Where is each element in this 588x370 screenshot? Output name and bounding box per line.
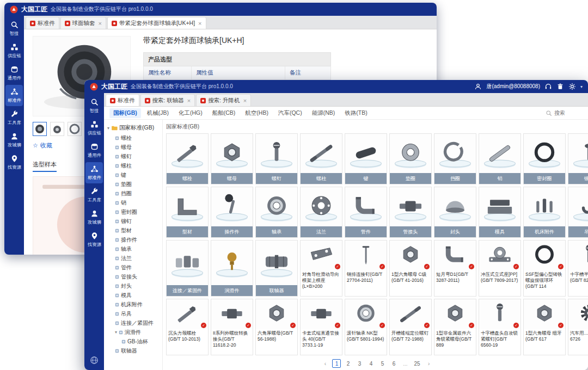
product-card[interactable]: ✓钢排连接钉(GB/T 27704-2011) <box>345 240 387 297</box>
tab-3[interactable]: 带紧定套外球面球轴承[UK+H]× <box>107 17 206 29</box>
standards-search[interactable] <box>546 110 583 116</box>
standards-tab[interactable]: 航空(HB) <box>241 108 272 118</box>
category-card[interactable]: 螺柱 <box>300 133 342 184</box>
product-card[interactable]: ✓1型非金属嵌件六角锁紧螺母(GB/T 889 <box>434 299 476 355</box>
tree-item[interactable]: 垫圈 <box>107 180 162 189</box>
category-card[interactable]: 法兰 <box>300 187 342 238</box>
tree-item[interactable]: 螺母 <box>107 143 162 152</box>
product-card[interactable]: ✓II系列外螺纹转换接头(GB/T 11618.2-20 <box>211 299 253 355</box>
category-card[interactable]: 密封圈 <box>523 133 566 184</box>
front-titlebar[interactable]: 大国工匠 全国装备制造业数字供应链平台 pro1.0.0.0 唐(admin@8… <box>84 80 588 93</box>
product-card[interactable]: ✓对角导柱滑动导向模架上模座(L×B>200 <box>300 240 342 297</box>
chevron-down-icon[interactable]: ▾ <box>580 84 583 89</box>
tree-item[interactable]: 管件 <box>107 263 162 272</box>
sidebar-item-generic-parts[interactable]: 通用件 <box>85 140 103 161</box>
product-card[interactable]: ✓开槽锥端定位螺钉(GB/T 72-1988) <box>389 299 432 355</box>
standards-search-input[interactable] <box>554 110 583 116</box>
tree-item[interactable]: 螺柱 <box>107 161 162 170</box>
tree-item[interactable]: 键 <box>107 170 162 180</box>
tree-item[interactable]: 铆钉 <box>107 217 162 226</box>
standards-tab[interactable]: 国标(GB) <box>109 108 141 118</box>
sample-tab[interactable]: 选型样本 <box>33 161 57 172</box>
tree-item[interactable]: 管接头 <box>107 272 162 281</box>
thumbnail-2[interactable] <box>50 122 64 136</box>
tree-item[interactable]: 螺栓 <box>107 133 162 143</box>
sidebar-item-search[interactable]: 智搜 <box>5 18 23 39</box>
product-card[interactable]: ✓1型六角螺母 C级(GB/T 41-2016) <box>389 240 432 297</box>
category-card[interactable]: 螺钉 <box>255 133 298 184</box>
tab-2[interactable]: 搜索: 联轴器× <box>140 94 195 106</box>
standards-tab[interactable]: 铁路(TB) <box>341 108 371 118</box>
category-card[interactable]: 封头 <box>434 187 476 238</box>
product-card[interactable]: ✓短月弯D1(GB/T 3287-2011) <box>434 240 476 297</box>
page-25[interactable]: 25 <box>412 359 421 368</box>
product-card[interactable]: ✓十字槽盘头自攻锁紧螺钉(GB/T 6560-19 <box>479 299 521 355</box>
category-card[interactable]: 吊具 <box>568 187 588 238</box>
standards-tab[interactable]: 能源(NB) <box>308 108 339 118</box>
page-ellipsis[interactable]: ... <box>401 359 409 368</box>
tree-item[interactable]: GB-油杯 <box>107 337 162 346</box>
close-icon[interactable]: × <box>198 20 201 27</box>
sidebar-item-standard-parts[interactable]: 标准件 <box>85 162 103 183</box>
tree-item[interactable]: 封头 <box>107 281 162 291</box>
page-prev[interactable]: ‹ <box>321 359 329 368</box>
tree-item[interactable]: 螺钉 <box>107 152 162 161</box>
close-icon[interactable]: × <box>99 20 102 27</box>
page-2[interactable]: 2 <box>344 359 352 368</box>
tree-item[interactable]: 轴承 <box>107 244 162 254</box>
standards-tab[interactable]: 机械(JB) <box>143 108 173 118</box>
tab-1[interactable]: 标准件 <box>106 94 139 106</box>
product-card[interactable]: ✓冲压式立式座[PP](GB/T 7809-2017) <box>479 240 521 297</box>
tree-item[interactable]: 密封圈 <box>107 207 162 217</box>
category-card[interactable]: 管接头 <box>389 187 432 238</box>
category-card[interactable]: 轴承 <box>255 187 298 238</box>
category-card[interactable]: 销 <box>479 133 521 184</box>
tree-item[interactable]: 操作件 <box>107 235 162 244</box>
page-4[interactable]: 4 <box>366 359 375 368</box>
page-3[interactable]: 3 <box>355 359 364 368</box>
category-card[interactable]: 连接／紧固件 <box>166 240 209 297</box>
sidebar-item-resources[interactable]: 找资源 <box>85 229 103 250</box>
category-card[interactable]: 螺栓 <box>166 133 209 184</box>
standards-tab[interactable]: 船舶(CB) <box>209 108 240 118</box>
product-card[interactable]: ✓沉头方颈螺栓(GB/T 10-2013) <box>166 299 209 355</box>
category-card[interactable]: 垫圈 <box>389 133 432 184</box>
category-card[interactable]: 机床附件 <box>523 187 566 238</box>
page-next[interactable]: › <box>425 359 433 368</box>
category-card[interactable]: 型材 <box>166 187 209 238</box>
standards-tab[interactable]: 汽车(QC) <box>274 108 306 118</box>
tab-1[interactable]: 标准件 <box>26 17 59 29</box>
tree-item[interactable]: ▾润滑件 <box>107 328 162 337</box>
category-card[interactable]: 键 <box>345 133 387 184</box>
category-card[interactable]: 联轴器 <box>255 240 298 297</box>
caret-down-icon[interactable]: ▾ <box>107 126 109 131</box>
product-card[interactable]: ✓SSF型偏心型铸铁螺旋摆镶球环(GB/T 114 <box>523 240 566 297</box>
product-card[interactable]: ✓滚针轴承 NK型(GB/T 5801-1994) <box>345 299 387 355</box>
thumbnail-3[interactable] <box>68 122 82 136</box>
category-card[interactable]: 管件 <box>345 187 387 238</box>
tree-item[interactable]: 挡圈 <box>107 189 162 198</box>
tree-item[interactable]: 模具 <box>107 291 162 300</box>
sidebar-item-tool-library[interactable]: 工具库 <box>85 184 103 206</box>
trash-icon[interactable] <box>556 83 564 90</box>
close-icon[interactable]: × <box>187 97 191 104</box>
product-card[interactable]: ✓汽车用…(GB/T 6726 <box>568 299 588 355</box>
tree-item[interactable]: 吊具 <box>107 309 162 318</box>
tree-item[interactable]: 机床附件 <box>107 300 162 309</box>
product-card[interactable]: ✓1型六角螺母 细牙(GB/T 617 <box>523 299 566 355</box>
tree-item[interactable]: 联轴器 <box>107 346 162 355</box>
tree-item[interactable]: 法兰 <box>107 254 162 263</box>
sidebar-item-engineer[interactable]: 攻城狮 <box>5 130 23 151</box>
sidebar-item-standard-parts[interactable]: 标准件 <box>5 85 23 106</box>
product-card[interactable]: ✓卡套式端直通管接头 40(GB/T 3733.1-19 <box>300 299 342 355</box>
category-card[interactable]: 模具 <box>479 187 521 238</box>
standards-tab[interactable]: 化工(HG) <box>175 108 206 118</box>
page-5[interactable]: 5 <box>378 359 387 368</box>
product-card[interactable]: ✓十字槽半沉头螺钉(GB/T 820-2 <box>568 240 588 297</box>
gear-icon[interactable] <box>568 83 576 90</box>
sidebar-item-tool-library[interactable]: 工具库 <box>5 107 23 128</box>
category-card[interactable]: 润滑件 <box>211 240 253 297</box>
sidebar-item-supply-chain[interactable]: 供应链 <box>5 40 23 61</box>
back-titlebar[interactable]: 大国工匠 全国装备制造业数字供应链平台 pro1.0.0.0 <box>4 3 437 16</box>
sidebar-item-supply-chain[interactable]: 供应链 <box>85 118 103 139</box>
